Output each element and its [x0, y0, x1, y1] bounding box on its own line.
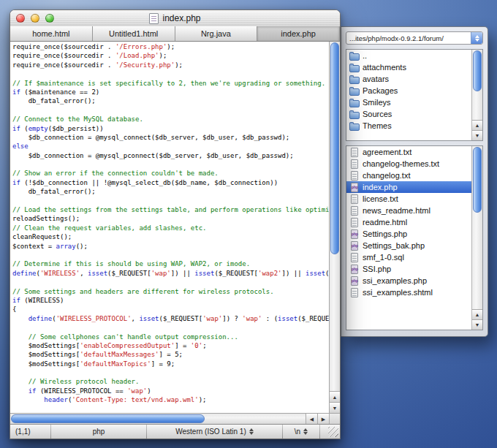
- code-line: // If $maintenance is set specifically t…: [12, 79, 329, 88]
- item-label: Packages: [363, 86, 398, 95]
- file-scroll-thumb[interactable]: [473, 147, 482, 213]
- file-item-readme-html[interactable]: readme.html: [346, 216, 471, 228]
- php-icon: [351, 183, 358, 192]
- code-line: // Some settings and headers are differe…: [12, 287, 329, 296]
- encoding-popup[interactable]: Western (ISO Latin 1): [147, 425, 282, 438]
- scroll-right-icon[interactable]: ▶: [317, 414, 329, 424]
- item-label: license.txt: [363, 194, 398, 203]
- tab-home-html[interactable]: home.html: [10, 26, 93, 41]
- titlebar[interactable]: index.php: [10, 10, 340, 27]
- vertical-scroll-thumb[interactable]: [330, 42, 339, 254]
- item-label: SSI.php: [363, 265, 391, 273]
- code-line: [12, 69, 329, 78]
- folder-list-scrollbar[interactable]: ▲ ▼: [471, 50, 482, 140]
- folder-icon: [349, 53, 360, 61]
- code-line: cleanRequest();: [12, 232, 329, 241]
- item-label: changelog.txt: [363, 171, 410, 180]
- folder-icon: [349, 65, 360, 72]
- scroll-down-icon[interactable]: ▼: [472, 130, 482, 140]
- scroll-left-icon[interactable]: ◀: [306, 414, 317, 424]
- file-item-agreement-txt[interactable]: agreement.txt: [346, 146, 471, 158]
- folder-item-sources[interactable]: Sources: [346, 108, 471, 120]
- code-line: {: [12, 305, 329, 314]
- folder-item-attachments[interactable]: attachments: [346, 61, 471, 73]
- scroll-up-icon[interactable]: ▲: [330, 391, 340, 402]
- code-line: [12, 278, 329, 286]
- combo-arrows-icon[interactable]: [471, 32, 482, 44]
- resize-grip[interactable]: [328, 427, 338, 437]
- tab-nrg-java[interactable]: Nrg.java: [175, 26, 258, 41]
- doc-icon: [351, 171, 358, 181]
- scroll-up-icon[interactable]: ▲: [472, 309, 482, 319]
- file-list: agreement.txtchangelog-themes.txtchangel…: [346, 145, 483, 330]
- file-item-smf-1-0-sql[interactable]: smf_1-0.sql: [346, 251, 471, 263]
- file-item-news-readme-html[interactable]: news_readme.html: [346, 205, 471, 216]
- code-line: // Show an error if the connection could…: [12, 169, 329, 178]
- item-label: avatars: [363, 75, 389, 83]
- folder-item--[interactable]: ..: [346, 50, 471, 61]
- file-item-license-txt[interactable]: license.txt: [346, 193, 471, 205]
- path-combo[interactable]: ...ites/php/modx-0.9.2.1/forum/: [346, 31, 483, 45]
- horizontal-scrollbar[interactable]: ◀ ▶: [10, 413, 340, 424]
- folder-item-avatars[interactable]: avatars: [346, 73, 471, 85]
- doc-icon: [351, 218, 358, 227]
- code-editor[interactable]: require_once($sourcedir . '/Errors.php')…: [10, 42, 329, 413]
- file-item-ssi-examples-shtml[interactable]: ssi_examples.shtml: [346, 286, 471, 298]
- window-title: index.php: [162, 13, 200, 23]
- item-label: Settings_bak.php: [363, 241, 425, 250]
- horizontal-scroll-track[interactable]: [10, 414, 306, 424]
- line-ending-popup[interactable]: \n: [283, 425, 319, 438]
- code-line: if (empty($db_persist)): [12, 124, 329, 133]
- code-line: require_once($sourcedir . '/Errors.php')…: [12, 42, 329, 51]
- code-line: define('WIRELESS_PROTOCOL', isset($_REQU…: [12, 314, 329, 323]
- vertical-scrollbar[interactable]: ▲ ▼: [329, 42, 340, 413]
- horizontal-scroll-thumb[interactable]: [11, 414, 205, 423]
- folder-item-themes[interactable]: Themes: [346, 120, 471, 132]
- file-item-changelog-txt[interactable]: changelog.txt: [346, 170, 471, 181]
- code-line: // Wireless protocol header.: [12, 377, 329, 386]
- php-icon: [351, 229, 358, 239]
- scroll-down-icon[interactable]: ▼: [472, 319, 482, 330]
- syntax-popup[interactable]: php: [51, 425, 146, 438]
- code-line: // Load the settings from the settings t…: [12, 205, 329, 214]
- code-line: [12, 251, 329, 259]
- item-label: ssi_examples.php: [363, 276, 427, 285]
- folder-item-smileys[interactable]: Smileys: [346, 96, 471, 108]
- zoom-button[interactable]: [45, 14, 54, 23]
- item-label: Themes: [363, 121, 392, 130]
- item-label: index.php: [363, 183, 398, 191]
- code-line: // Determine if this is should be using …: [12, 259, 329, 268]
- minimize-button[interactable]: [31, 14, 39, 23]
- tab-untitled1-html[interactable]: Untitled1.html: [93, 26, 175, 41]
- code-line: $modSettings['defaultMaxMessages'] = 5;: [12, 350, 329, 359]
- scrollbar-corner: [329, 414, 340, 424]
- close-button[interactable]: [16, 14, 25, 23]
- php-icon: [351, 276, 358, 286]
- scroll-down-icon[interactable]: ▼: [330, 402, 340, 413]
- file-item-ssi-examples-php[interactable]: ssi_examples.php: [346, 275, 471, 286]
- folder-scroll-thumb[interactable]: [473, 50, 482, 91]
- item-label: smf_1-0.sql: [363, 253, 404, 262]
- file-item-settings-bak-php[interactable]: Settings_bak.php: [346, 240, 471, 251]
- status-bar: (1,1) php Western (ISO Latin 1) \n: [10, 424, 340, 438]
- doc-icon: [351, 206, 358, 216]
- file-item-index-php[interactable]: index.php: [346, 181, 471, 193]
- file-item-ssi-php[interactable]: SSI.php: [346, 263, 471, 275]
- doc-icon: [351, 288, 358, 297]
- code-line: [12, 106, 329, 115]
- code-line: if (WIRELESS_PROTOCOL == 'wap'): [12, 387, 329, 395]
- code-line: if ($maintenance == 2): [12, 88, 329, 96]
- code-line: $db_connection = @mysql_pconnect($db_ser…: [12, 151, 329, 160]
- item-label: attachments: [363, 63, 406, 72]
- item-label: ssi_examples.shtml: [363, 288, 433, 297]
- file-item-settings-php[interactable]: Settings.php: [346, 228, 471, 240]
- file-list-scrollbar[interactable]: ▲ ▼: [471, 146, 482, 330]
- popup-arrows-icon: [249, 428, 254, 435]
- scroll-up-icon[interactable]: ▲: [472, 120, 482, 130]
- folder-item-packages[interactable]: Packages: [346, 85, 471, 96]
- file-item-changelog-themes-txt[interactable]: changelog-themes.txt: [346, 158, 471, 170]
- code-line: require_once($sourcedir . '/Security.php…: [12, 61, 329, 69]
- folder-icon: [349, 88, 360, 96]
- code-line: // Connect to the MySQL database.: [12, 115, 329, 124]
- tab-index-php[interactable]: index.php: [257, 26, 340, 41]
